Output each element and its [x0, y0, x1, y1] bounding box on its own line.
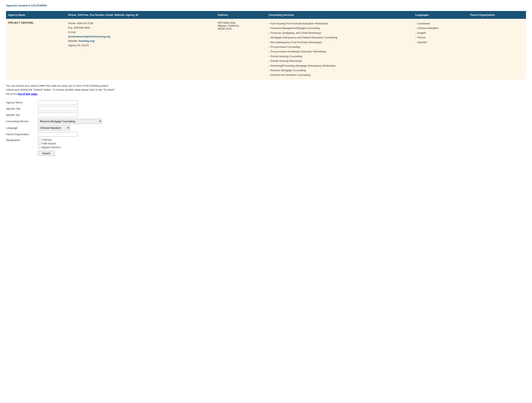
specific-zip-input[interactable]: [38, 113, 78, 117]
lang-4: – French: [415, 36, 425, 39]
service-8: – Rental Housing Counseling: [268, 55, 302, 58]
faith-based-item: Faith Based: [38, 142, 61, 145]
service-7: – Pre-purchase Homebuyer Education Works…: [268, 50, 326, 53]
colonias-item: Colonias: [38, 138, 61, 141]
search-form: Agency Name: Specific City: Specific Zip…: [6, 100, 526, 156]
colonias-checkbox[interactable]: [38, 138, 41, 141]
parent-org-label: Parent Organization:: [6, 133, 38, 136]
header-counseling-services: Counseling Services: [266, 11, 413, 19]
faith-based-label: Faith Based: [42, 142, 56, 145]
counseling-service-row: Counseling Service: Reverse Mortgage Cou…: [6, 119, 526, 124]
lang-2: – Chinese Mandarin: [415, 26, 438, 30]
header-parent-org: Parent Organization: [468, 11, 526, 19]
services-cell: – Fair Housing Pre-Purchase Education Wo…: [266, 19, 413, 80]
top-of-page-link[interactable]: top of this page.: [18, 92, 38, 95]
address-line3: 95035-4106: [218, 27, 232, 30]
contact-cell: Phone: 408-470-3730 Fax: 408-648-2950 E-…: [66, 19, 216, 80]
language-label: Language:: [6, 126, 38, 130]
lang-1: – Cantonese: [415, 22, 430, 25]
specific-city-label: Specific City:: [6, 107, 38, 110]
designation-section: Designation: Colonias Faith Based Migran…: [6, 138, 526, 149]
lang-5: – Spanish: [415, 41, 427, 44]
service-2: – Financial Management/Budget Counseling: [268, 26, 320, 30]
email-link[interactable]: homeownershipinfo@housing.org: [68, 35, 110, 38]
service-6: – Pre-purchase Counseling: [268, 46, 300, 48]
agency-name-row: Agency Name:: [6, 100, 526, 105]
address-line1: 554 Valley Way: [218, 21, 235, 24]
migrant-workers-checkbox[interactable]: [38, 146, 41, 149]
parent-org-input[interactable]: [38, 132, 78, 136]
service-1: – Fair Housing Pre-Purchase Education Wo…: [268, 22, 328, 25]
counseling-service-select[interactable]: Reverse Mortgage Counseling Fair Housing…: [38, 119, 102, 124]
search-button[interactable]: Search: [38, 151, 55, 156]
website-label: Website:: [68, 39, 78, 42]
service-3: – Financial, Budgeting, and Credit Works…: [268, 31, 321, 34]
counseling-service-label: Counseling Service:: [6, 120, 38, 123]
migrant-workers-label: Migrant Workers: [42, 146, 61, 149]
header-contact: Phone, Toll-Free, Fax Number, Email, Web…: [66, 11, 216, 19]
agency-name-input[interactable]: [38, 100, 78, 105]
languages-list: – Cantonese – Chinese Mandarin – English…: [415, 21, 466, 45]
faith-based-checkbox[interactable]: [38, 142, 41, 145]
header-languages: Languages: [413, 11, 468, 19]
agency-name-cell: PROJECT SENTINEL: [6, 19, 66, 80]
specific-city-input[interactable]: [38, 106, 78, 111]
address-line2: Milpitas, California: [218, 24, 239, 27]
narrow-text-1: You can narrow your search within this s…: [6, 84, 108, 87]
agency-name: PROJECT SENTINEL: [8, 21, 34, 24]
specific-zip-row: Specific Zip:: [6, 113, 526, 117]
service-4: – Mortgage Delinquency and Default Resol…: [268, 36, 337, 39]
agency-name-label: Agency Name:: [6, 101, 38, 104]
header-address: Address: [216, 11, 266, 19]
narrow-text-2: criteria and clicking the "Search" butto…: [6, 88, 115, 91]
service-10: – Resolving/Preventing Mortgage Delinque…: [268, 64, 336, 67]
languages-cell: – Cantonese – Chinese Mandarin – English…: [413, 19, 468, 80]
agency-id: Agency ID: 81203: [68, 44, 89, 47]
specific-city-row: Specific City:: [6, 106, 526, 111]
colonias-label: Colonias: [42, 138, 52, 141]
parent-org-cell: [468, 19, 526, 80]
parent-org-row: Parent Organization:: [6, 132, 526, 136]
language-select[interactable]: Chinese Mandarin Cantonese English Frenc…: [38, 125, 70, 130]
service-11: – Reverse Mortgage Counseling: [268, 69, 306, 72]
designation-label: Designation:: [6, 138, 38, 142]
page-title: Agencies located in CALIFORNIA: [6, 4, 526, 7]
phone-number: Phone: 408-470-3730: [68, 22, 93, 25]
search-button-row: Search: [38, 151, 526, 156]
service-12: – Services for Homeless Counseling: [268, 73, 310, 76]
narrow-text-3: link at the: [6, 92, 18, 95]
table-header-row: Agency Name Phone, Toll-Free, Fax Number…: [6, 11, 526, 19]
fax-number: Fax: 408-648-2950: [68, 26, 90, 29]
services-list: – Fair Housing Pre-Purchase Education Wo…: [268, 21, 411, 78]
address: 554 Valley Way Milpitas, California 9503…: [218, 21, 265, 30]
specific-zip-label: Specific Zip:: [6, 113, 38, 117]
table-row: PROJECT SENTINEL Phone: 408-470-3730 Fax…: [6, 19, 526, 80]
agencies-table: Agency Name Phone, Toll-Free, Fax Number…: [6, 11, 526, 80]
language-row: Language: Chinese Mandarin Cantonese Eng…: [6, 125, 526, 130]
website-link[interactable]: housing.org/: [79, 39, 95, 42]
lang-3: – English: [415, 31, 426, 34]
designation-checkboxes: Colonias Faith Based Migrant Workers: [38, 138, 61, 149]
email-label: E-mail:: [68, 31, 76, 34]
migrant-workers-item: Migrant Workers: [38, 146, 61, 149]
address-cell: 554 Valley Way Milpitas, California 9503…: [216, 19, 266, 80]
service-5: – Non-Delinquency Post Purchase Workshop…: [268, 41, 322, 44]
header-agency-name: Agency Name: [6, 11, 66, 19]
service-9: – Rental Housing Workshops: [268, 59, 302, 62]
narrow-search-info: You can narrow your search within this s…: [6, 84, 526, 96]
